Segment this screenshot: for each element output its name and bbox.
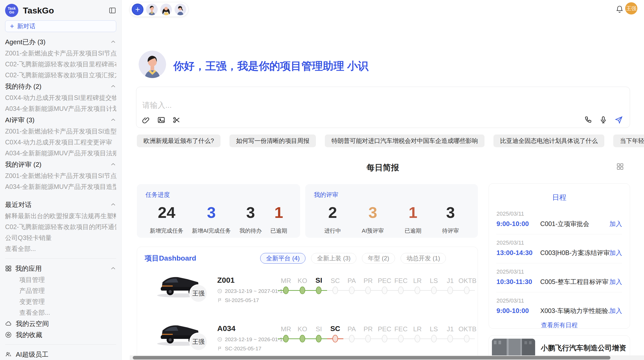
- recent-chat-item[interactable]: C02-飞腾新能源轻客改款项目的闭环通告反馈情况: [5, 221, 116, 232]
- join-link[interactable]: 加入: [609, 278, 622, 286]
- sidebar-sections: Agent已办 (3)Z001-全新燃油皮卡产品开发项目SI节点Lesson L…: [5, 36, 116, 360]
- suggestion-chip[interactable]: 如何写一份清晰的项目周报: [229, 134, 316, 147]
- chevron-up-icon[interactable]: [110, 161, 116, 168]
- suggestion-chip[interactable]: 欧洲新规最近颁布了什么?: [137, 134, 221, 147]
- project-row[interactable]: 王强Z0012023-12-19 ~ 2027-01-19SI-2025-05-…: [145, 269, 470, 302]
- dashboard-title: 项目Dashboard: [145, 253, 196, 263]
- join-link[interactable]: 加入: [609, 307, 622, 315]
- chevron-up-icon[interactable]: [110, 39, 116, 45]
- sidebar-task-item[interactable]: Z001-全新燃油皮卡产品开发项目SI节点Lesson Learn报告: [5, 48, 116, 59]
- sidebar-task-item[interactable]: Z001-全新燃油轻卡产品开发项目SI节点属性5D文件评审: [5, 170, 116, 181]
- app-link-item[interactable]: 产品管理: [5, 285, 116, 296]
- stat-label: 新增AI完成任务: [192, 227, 231, 235]
- sidebar-section-header-3[interactable]: 我的评审 (2): [5, 159, 116, 170]
- attachment-icon[interactable]: [142, 116, 150, 124]
- milestone-dot: [316, 335, 321, 342]
- scrollbar-thumb[interactable]: [133, 356, 610, 359]
- sidebar-section-header-1[interactable]: 我的待办 (2): [5, 81, 116, 92]
- agent-avatar-3[interactable]: [174, 4, 186, 15]
- sidebar-link-cloud[interactable]: 我的云空间: [5, 318, 116, 329]
- taskgo-app: Task Go TaskGo + 新对话 Agent已办 (3)Z001-全新燃…: [0, 0, 644, 360]
- user-avatar[interactable]: 王强: [625, 2, 637, 14]
- dashboard-header: 项目Dashboard 全新平台 (4)全新上装 (3)年型 (2)动总开发 (…: [145, 253, 470, 264]
- scissors-icon[interactable]: [172, 116, 181, 124]
- add-agent-button[interactable]: +: [132, 4, 143, 15]
- milestone-label: J1: [442, 277, 459, 285]
- milestone-dot: [332, 335, 338, 342]
- join-link[interactable]: 加入: [609, 249, 622, 257]
- image-upload-icon[interactable]: [157, 116, 165, 124]
- chevron-up-icon[interactable]: [110, 202, 116, 208]
- stat-label: 新增完成任务: [150, 227, 183, 235]
- milestone-dot: [447, 287, 453, 294]
- sidebar-link-star[interactable]: 我的收藏: [5, 329, 116, 340]
- phone-icon[interactable]: [584, 116, 592, 124]
- dashboard-tab[interactable]: 全新平台 (4): [260, 253, 305, 264]
- notification-bell-icon[interactable]: [616, 5, 624, 13]
- stat-label: 已逾期: [270, 227, 287, 235]
- dashboard-tab[interactable]: 动总开发 (1): [401, 253, 446, 264]
- news-title: 小鹏飞行汽车制造公司增资: [541, 343, 644, 353]
- agent-avatar-1[interactable]: [146, 4, 158, 15]
- sidebar-task-item[interactable]: C02-飞腾新能源轻客改款项目里程碑画布: [5, 59, 116, 70]
- dashboard-tab[interactable]: 年型 (2): [362, 253, 395, 264]
- stat: 1已逾期: [270, 203, 287, 235]
- sidebar-task-item[interactable]: C0X4-动力总成开发项目SI里程碑提交物检查: [5, 92, 116, 103]
- milestone-dot: [365, 287, 371, 294]
- schedule-date: 2025/03/11: [496, 297, 622, 304]
- sidebar-task-item[interactable]: Z001-全新燃油轻卡产品开发项目SI造型提交物评审: [5, 126, 116, 137]
- sidebar-task-item[interactable]: A034-全新新能源MUV产品开发项目造型可行性评审: [5, 181, 116, 192]
- milestone-label: MR: [278, 325, 294, 333]
- recent-chat-item[interactable]: 查看全部...: [5, 243, 116, 254]
- milestone-label: PEC: [376, 325, 393, 333]
- stat-value: 3: [239, 203, 262, 221]
- schedule-time: 10:30-11:30: [496, 278, 540, 286]
- app-link-item[interactable]: 变更管理: [5, 296, 116, 307]
- stat-value: 1: [270, 203, 287, 221]
- chevron-up-icon[interactable]: [110, 83, 116, 89]
- agent-avatar-2[interactable]: [160, 4, 172, 15]
- app-title: TaskGo: [23, 6, 109, 16]
- join-link[interactable]: 加入: [609, 220, 622, 228]
- dashboard-tab[interactable]: 全新上装 (3): [311, 253, 356, 264]
- layout-grid-icon[interactable]: [616, 163, 624, 170]
- milestone-LR: LR: [409, 317, 426, 348]
- sidebar-task-item[interactable]: A034-全新新能源MUV产品开发项目计划变更表编写: [5, 103, 116, 114]
- new-chat-button[interactable]: + 新对话: [5, 20, 116, 32]
- recent-chat-item[interactable]: 解释最新出台的欧盟报废车法规再生塑料比例被调至15%...: [5, 211, 116, 221]
- agent-avatars-bar: +: [129, 2, 188, 17]
- app-link-item[interactable]: 项目管理: [5, 274, 116, 285]
- app-link-item[interactable]: 查看全部...: [5, 307, 116, 318]
- recent-chat-item[interactable]: 公司Q3轻卡销量: [5, 232, 116, 243]
- logo-text-bottom: Go: [9, 10, 14, 14]
- suggestion-chip[interactable]: 比亚迪全固态电池计划具体说了什么: [493, 134, 604, 147]
- section-title: 我的评审 (2): [5, 160, 110, 169]
- send-icon[interactable]: [614, 115, 623, 124]
- sidebar-task-item[interactable]: A034-全新新能源MUV产品开发项目法规符合性评审: [5, 148, 116, 159]
- flag-icon: [217, 346, 222, 351]
- chat-input-card[interactable]: 请输入...: [136, 87, 630, 128]
- microphone-icon[interactable]: [599, 116, 607, 124]
- sidebar-section-header-2[interactable]: AI评审 (3): [5, 114, 116, 126]
- horizontal-scrollbar[interactable]: [130, 355, 644, 360]
- sidebar-tool-people[interactable]: AI超级员工: [5, 349, 116, 360]
- stat: 2进行中: [324, 203, 341, 235]
- sidebar-section-header-0[interactable]: Agent已办 (3): [5, 36, 116, 48]
- stat-value: 3: [362, 203, 384, 221]
- schedule-event-title: C001-立项审批会: [540, 220, 609, 228]
- suggestion-chip[interactable]: 当下年轻人对汽车外观有怎样的喜好趋势: [613, 134, 644, 147]
- project-row[interactable]: 王强A0342023-12-19 ~ 2026-01-19SC-2025-05-…: [145, 317, 470, 351]
- sidebar-section-my-apps[interactable]: 我的应用: [5, 263, 116, 274]
- chat-input[interactable]: 请输入...: [142, 100, 172, 111]
- clock-icon: [217, 337, 222, 342]
- cloud-icon: [5, 320, 12, 327]
- sidebar-task-item[interactable]: C02-飞腾新能源轻客改款项目立项汇报方案: [5, 70, 116, 81]
- sidebar-collapse-icon[interactable]: [109, 7, 116, 14]
- chevron-up-icon[interactable]: [110, 117, 116, 123]
- chevron-up-icon[interactable]: [110, 265, 116, 272]
- sidebar-task-item[interactable]: C0X4-动力总成开发项目工程变更评审: [5, 137, 116, 148]
- milestone-label: KO: [294, 277, 311, 285]
- suggestion-chip[interactable]: 特朗普可能对进口汽车增税会对中国车企造成哪些影响: [325, 134, 485, 147]
- sidebar-section-recent-chats[interactable]: 最近对话: [5, 199, 116, 211]
- view-all-schedule-link[interactable]: 查看所有日程: [496, 321, 622, 329]
